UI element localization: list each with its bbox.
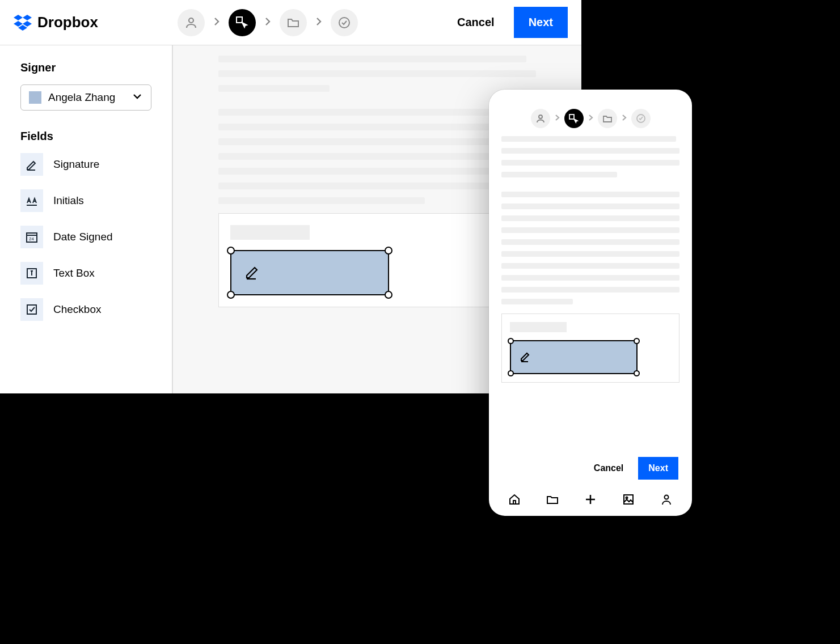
- resize-handle[interactable]: [385, 291, 392, 299]
- step-fields-icon[interactable]: [564, 109, 584, 128]
- placeholder-line: [501, 148, 679, 154]
- plus-icon[interactable]: [583, 492, 598, 507]
- svg-marker-4: [18, 25, 27, 31]
- placeholder-line: [501, 299, 573, 304]
- initials-icon: [20, 189, 43, 212]
- person-icon[interactable]: [659, 492, 674, 507]
- mobile-cancel-button[interactable]: Cancel: [590, 463, 627, 474]
- photo-icon[interactable]: [621, 492, 636, 507]
- placeholder-line: [230, 225, 310, 240]
- step-review-icon[interactable]: [331, 9, 358, 36]
- signer-color-swatch: [29, 91, 41, 104]
- mobile-document-canvas[interactable]: [489, 136, 692, 457]
- field-date-signed[interactable]: 24 Date Signed: [20, 226, 151, 248]
- resize-handle[interactable]: [634, 370, 640, 376]
- resize-handle[interactable]: [227, 291, 235, 299]
- progress-stepper: [178, 9, 358, 36]
- brand-name: Dropbox: [37, 14, 98, 31]
- checkbox-icon: [20, 298, 43, 321]
- svg-marker-0: [14, 15, 23, 20]
- mobile-next-button[interactable]: Next: [638, 457, 678, 480]
- placeholder-line: [510, 322, 567, 332]
- placeholder-line: [218, 109, 536, 116]
- placeholder-line: [218, 153, 536, 160]
- fields-heading: Fields: [20, 130, 151, 143]
- svg-rect-11: [27, 305, 36, 314]
- svg-point-7: [339, 18, 349, 28]
- mobile-signature-drop-zone[interactable]: [510, 340, 638, 374]
- chevron-right-icon: [314, 16, 324, 29]
- step-recipients-icon[interactable]: [531, 109, 550, 128]
- signer-heading: Signer: [20, 61, 151, 74]
- field-label: Text Box: [53, 267, 95, 279]
- step-folder-icon[interactable]: [598, 109, 617, 128]
- svg-point-16: [626, 497, 627, 499]
- signature-icon: [519, 350, 531, 365]
- dropbox-logo-icon: [14, 14, 32, 32]
- field-label: Initials: [53, 194, 84, 207]
- next-button[interactable]: Next: [514, 7, 568, 38]
- field-list: Signature Initials 24 Date Signed: [20, 153, 151, 321]
- placeholder-line: [218, 56, 526, 62]
- app-header: Dropbox Can: [0, 0, 581, 45]
- placeholder-line: [218, 85, 330, 92]
- chevron-right-icon: [554, 113, 561, 124]
- placeholder-line: [218, 197, 425, 204]
- svg-rect-13: [569, 115, 574, 119]
- svg-rect-15: [624, 495, 633, 504]
- signature-icon: [20, 153, 43, 176]
- field-signature[interactable]: Signature: [20, 153, 151, 176]
- placeholder-line: [218, 138, 536, 145]
- field-initials[interactable]: Initials: [20, 189, 151, 212]
- placeholder-line: [501, 251, 679, 257]
- signature-icon: [244, 263, 261, 282]
- step-fields-icon[interactable]: [229, 9, 256, 36]
- svg-point-17: [664, 495, 668, 499]
- mobile-tabbar: [489, 486, 692, 516]
- placeholder-line: [501, 287, 679, 293]
- placeholder-line: [218, 124, 536, 130]
- chevron-right-icon: [587, 113, 594, 124]
- field-checkbox[interactable]: Checkbox: [20, 298, 151, 321]
- svg-marker-3: [23, 21, 32, 27]
- field-text-box[interactable]: Text Box: [20, 262, 151, 285]
- calendar-icon: 24: [20, 226, 43, 248]
- placeholder-line: [501, 275, 679, 281]
- step-recipients-icon[interactable]: [178, 9, 205, 36]
- chevron-right-icon: [620, 113, 628, 124]
- placeholder-line: [501, 263, 679, 269]
- resize-handle[interactable]: [508, 338, 514, 344]
- resize-handle[interactable]: [508, 370, 514, 376]
- placeholder-line: [501, 239, 679, 245]
- mobile-preview: Cancel Next: [489, 90, 692, 516]
- placeholder-line: [501, 160, 679, 166]
- resize-handle[interactable]: [385, 247, 392, 255]
- signer-name: Angela Zhang: [48, 91, 125, 104]
- placeholder-line: [501, 172, 617, 177]
- placeholder-line: [501, 215, 679, 221]
- field-label: Signature: [53, 158, 99, 171]
- signature-region: [218, 213, 536, 307]
- chevron-right-icon: [263, 16, 273, 29]
- brand: Dropbox: [14, 14, 98, 32]
- fields-sidebar: Signer Angela Zhang Fields Signature: [0, 45, 173, 393]
- step-review-icon[interactable]: [631, 109, 651, 128]
- field-label: Checkbox: [53, 303, 102, 316]
- cancel-button[interactable]: Cancel: [454, 15, 498, 29]
- placeholder-line: [501, 204, 679, 209]
- signer-dropdown[interactable]: Angela Zhang: [20, 84, 151, 111]
- textbox-icon: [20, 262, 43, 285]
- chevron-down-icon: [132, 91, 143, 104]
- mobile-stepper: [489, 90, 692, 136]
- svg-point-12: [539, 115, 542, 118]
- signature-drop-zone[interactable]: [230, 250, 389, 295]
- header-actions: Cancel Next: [454, 7, 568, 38]
- mobile-actions: Cancel Next: [489, 457, 692, 486]
- step-folder-icon[interactable]: [280, 9, 307, 36]
- resize-handle[interactable]: [634, 338, 640, 344]
- resize-handle[interactable]: [227, 247, 235, 255]
- placeholder-line: [218, 183, 536, 189]
- home-icon[interactable]: [507, 492, 522, 507]
- svg-marker-2: [14, 21, 23, 27]
- folder-icon[interactable]: [545, 492, 560, 507]
